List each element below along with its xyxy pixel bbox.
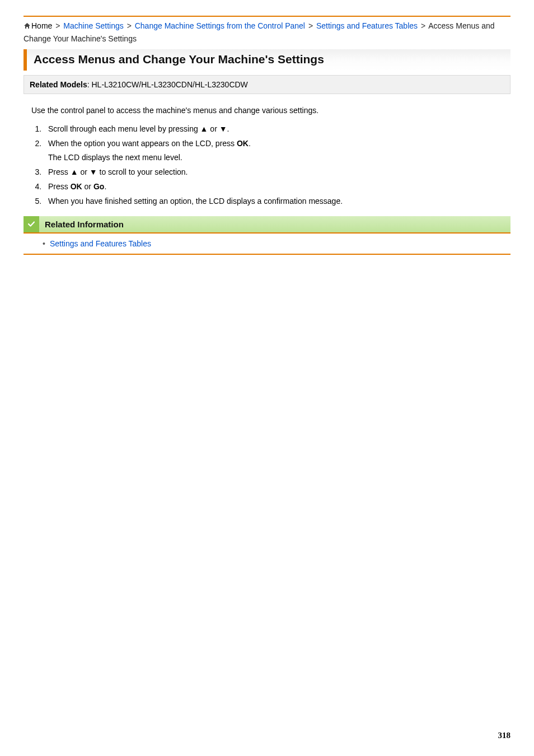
breadcrumb-link-change-settings[interactable]: Change Machine Settings from the Control…: [135, 21, 305, 30]
related-body: Settings and Features Tables: [24, 234, 510, 255]
step-2: When the option you want appears on the …: [44, 137, 510, 165]
step-text: .: [249, 139, 251, 148]
related-models-label: Related Models: [30, 80, 87, 89]
breadcrumb-sep: >: [421, 21, 425, 30]
breadcrumb-sep: >: [308, 21, 313, 30]
page-title: Access Menus and Change Your Machine's S…: [34, 53, 505, 66]
related-link-item: Settings and Features Tables: [43, 239, 510, 248]
step-text: When the option you want appears on the …: [48, 139, 237, 148]
step-2-sub: The LCD displays the next menu level.: [48, 151, 510, 165]
step-4: Press OK or Go.: [44, 180, 510, 194]
related-models-value: : HL-L3210CW/HL-L3230CDN/HL-L3230CDW: [87, 80, 248, 89]
step-text: Scroll through each menu level by pressi…: [48, 124, 200, 133]
heading-container: Access Menus and Change Your Machine's S…: [24, 49, 510, 71]
step-text: or: [78, 167, 90, 176]
breadcrumb-link-machine-settings[interactable]: Machine Settings: [63, 21, 123, 30]
step-5: When you have finished setting an option…: [44, 195, 510, 208]
ok-key: OK: [237, 139, 249, 148]
breadcrumb-sep: >: [127, 21, 132, 30]
breadcrumb: Home > Machine Settings > Change Machine…: [24, 20, 510, 45]
down-arrow-icon: ▼: [90, 167, 97, 176]
home-icon: [24, 21, 31, 33]
go-key: Go: [93, 182, 104, 191]
breadcrumb-sep: >: [55, 21, 60, 30]
related-header: Related Information: [24, 216, 510, 234]
step-3: Press ▲ or ▼ to scroll to your selection…: [44, 166, 510, 179]
intro-text: Use the control panel to access the mach…: [31, 104, 510, 116]
step-text: Press: [48, 182, 71, 191]
related-models-box: Related Models: HL-L3210CW/HL-L3230CDN/H…: [24, 75, 510, 94]
step-text: .: [227, 124, 229, 133]
up-arrow-icon: ▲: [200, 124, 208, 133]
step-text: to scroll to your selection.: [97, 167, 188, 176]
top-rule: [24, 16, 510, 17]
ok-key: OK: [71, 182, 82, 191]
up-arrow-icon: ▲: [71, 167, 78, 176]
down-arrow-icon: ▼: [219, 124, 227, 133]
step-text: .: [104, 182, 106, 191]
breadcrumb-link-settings-tables[interactable]: Settings and Features Tables: [316, 21, 418, 30]
step-text: or: [208, 124, 219, 133]
page-number: 318: [498, 731, 511, 740]
step-1: Scroll through each menu level by pressi…: [44, 123, 510, 136]
checkmark-icon: [24, 216, 39, 232]
related-information-section: Related Information Settings and Feature…: [24, 216, 510, 255]
breadcrumb-home: Home: [31, 21, 52, 30]
related-link-settings-tables[interactable]: Settings and Features Tables: [50, 239, 151, 248]
steps-list: Scroll through each menu level by pressi…: [31, 123, 510, 208]
step-text: Press: [48, 167, 71, 176]
related-title: Related Information: [39, 216, 129, 232]
step-text: or: [82, 182, 93, 191]
